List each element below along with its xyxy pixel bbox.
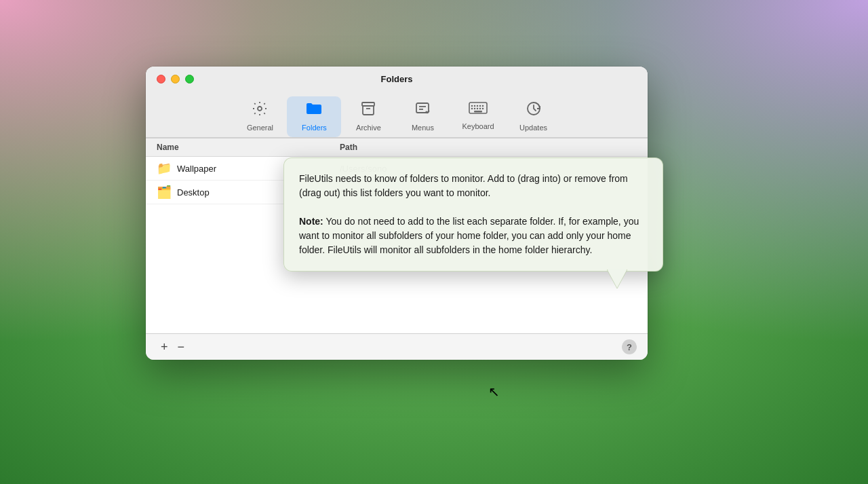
folder-name-wallpaper: Wallpaper	[177, 164, 216, 174]
tab-general[interactable]: General	[233, 96, 287, 137]
help-tooltip: FileUtils needs to know of folders to mo…	[283, 157, 663, 272]
add-folder-button[interactable]: +	[157, 339, 172, 354]
tab-folders-label: Folders	[302, 124, 327, 132]
updates-icon	[526, 100, 542, 121]
tooltip-note-body: You do not need to add to the list each …	[299, 216, 639, 255]
archive-icon	[360, 100, 376, 121]
titlebar: Folders General Fol	[146, 67, 648, 138]
tooltip-arrow	[607, 269, 627, 290]
tab-menus-label: Menus	[412, 124, 434, 132]
toolbar: General Folders	[157, 91, 637, 137]
tab-archive[interactable]: Archive	[341, 96, 395, 137]
tab-keyboard[interactable]: Keyboard	[450, 96, 506, 137]
svg-rect-1	[362, 103, 374, 106]
tooltip-text: FileUtils needs to know of folders to mo…	[299, 172, 648, 257]
column-header-path: Path	[340, 143, 637, 152]
tab-general-label: General	[247, 124, 273, 132]
tab-folders[interactable]: Folders	[287, 96, 341, 137]
folder-controls: + −	[157, 339, 189, 354]
minimize-button[interactable]	[171, 75, 180, 83]
tab-archive-label: Archive	[356, 124, 381, 132]
folder-icon	[305, 100, 323, 121]
folder-name-desktop: Desktop	[177, 187, 210, 198]
table-header: Name Path	[146, 138, 648, 157]
maximize-button[interactable]	[185, 75, 194, 83]
folder-blue-icon: 📁	[157, 161, 172, 176]
tab-keyboard-label: Keyboard	[462, 122, 494, 130]
window-title: Folders	[157, 74, 637, 84]
svg-point-0	[258, 107, 262, 111]
folder-gray-icon: 🗂️	[157, 185, 172, 200]
tooltip-intro: FileUtils needs to know of folders to mo…	[299, 173, 628, 198]
menus-icon	[414, 100, 431, 121]
tab-updates[interactable]: Updates	[507, 96, 561, 137]
svg-rect-17	[474, 111, 482, 113]
svg-marker-20	[608, 269, 627, 287]
footer: + − ?	[146, 333, 648, 360]
tab-updates-label: Updates	[519, 124, 547, 132]
tooltip-note-label: Note:	[299, 216, 323, 227]
close-button[interactable]	[157, 75, 165, 83]
tab-menus[interactable]: Menus	[395, 96, 450, 137]
gear-icon	[252, 100, 268, 121]
remove-folder-button[interactable]: −	[174, 339, 189, 354]
column-header-name: Name	[157, 143, 340, 152]
help-button[interactable]: ?	[622, 339, 637, 354]
keyboard-icon	[469, 100, 488, 119]
